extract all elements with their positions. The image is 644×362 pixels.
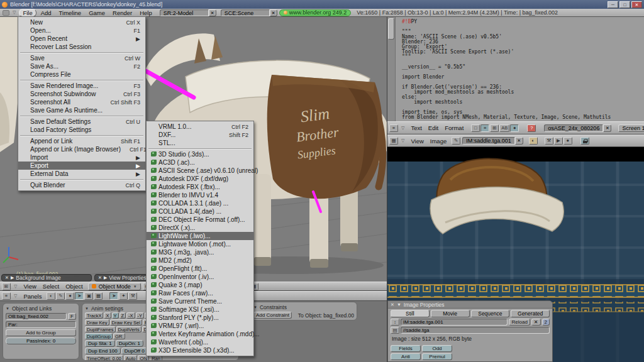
- menubar-item[interactable]: Timeline: [56, 9, 85, 16]
- scene-selector[interactable]: SCE:Scene ✕: [221, 9, 277, 16]
- anim-toggle-button[interactable]: Draw Key: [85, 319, 109, 326]
- parent-field[interactable]: Par:: [6, 321, 76, 328]
- anim-num-field[interactable]: Dup End 100: [85, 348, 121, 354]
- export-menu-item[interactable]: COLLADA 1.3.1 (.dae) ...: [147, 199, 253, 207]
- file-menu-item[interactable]: Open Recent ▶: [18, 35, 145, 43]
- export-menu-item[interactable]: OpenFlight (.flt)...: [147, 265, 253, 273]
- file-menu-item[interactable]: External Data ▶: [18, 170, 145, 178]
- file-menu-item[interactable]: Screenshot Subwindow Ctrl F3: [18, 90, 145, 98]
- file-menu-item[interactable]: Screenshot All Ctrl Shift F3: [18, 98, 145, 106]
- export-menu-item[interactable]: AC3D (.ac)...: [147, 158, 253, 167]
- export-menu-item[interactable]: OpenInventor (.iv)...: [147, 273, 253, 281]
- close-icon[interactable]: ✕: [631, 1, 642, 8]
- menubar-item[interactable]: File: [19, 9, 36, 17]
- screen-selector[interactable]: SR:2-Model ✕: [160, 9, 216, 16]
- window-type-icon[interactable]: ▦: [389, 137, 398, 145]
- screen-delete-icon[interactable]: ✕: [209, 9, 216, 16]
- help-icon[interactable]: ?: [527, 124, 536, 132]
- editing-context-icon[interactable]: ▣: [84, 292, 93, 300]
- fake-user-button[interactable]: F: [68, 313, 76, 320]
- export-menu-item[interactable]: 3D Studio (.3ds)...: [147, 150, 253, 158]
- shading-context-icon[interactable]: ●: [65, 292, 74, 300]
- ob-name-field[interactable]: OB:bag_fixed.002: [6, 313, 67, 320]
- scene-field[interactable]: SCE:Scene: [221, 9, 270, 16]
- header-collapse-icon[interactable]: ▽: [13, 284, 18, 289]
- export-menu-item[interactable]: Save Current Theme...: [147, 297, 253, 305]
- window-type-icon[interactable]: ≡: [2, 292, 11, 300]
- unlink-icon[interactable]: ✕: [531, 319, 541, 326]
- close-icon[interactable]: ✕: [98, 275, 102, 280]
- file-menu-item[interactable]: Save Game As Runtime...: [18, 106, 145, 114]
- file-menu-item[interactable]: Save Rendered Image... F3: [18, 82, 145, 90]
- image-source-tab[interactable]: Sequence: [471, 310, 510, 317]
- header-collapse-icon[interactable]: ▽: [11, 10, 17, 15]
- anim-toggle-button[interactable]: -X: [126, 312, 135, 319]
- python-plugin-icon[interactable]: ●: [510, 124, 519, 132]
- uv-image-canvas[interactable]: ✕ ▼ Image Properties StillMovieSequenceG…: [387, 147, 644, 362]
- minimize-icon[interactable]: ─: [608, 1, 618, 8]
- text-editor[interactable]: #!BPY """ Name: 'ASCII Scene (.ase) v0.5…: [387, 17, 644, 121]
- pin-icon[interactable]: ✎: [452, 137, 460, 145]
- file-menu-item[interactable]: Save Ctrl W: [18, 54, 145, 62]
- export-menu-item[interactable]: Stanford PLY (*.ply)...: [147, 314, 253, 322]
- image-menu-item[interactable]: View: [408, 138, 426, 145]
- image-menu-item[interactable]: Image: [427, 138, 450, 145]
- window-titlebar[interactable]: Blender [f:\Models\CHARACTERS\donkey\don…: [0, 0, 644, 9]
- physics-sub-icon[interactable]: ➤: [109, 292, 118, 300]
- export-menu-item[interactable]: Raw Faces (.raw)...: [147, 289, 253, 297]
- syntax-highlight-icon[interactable]: AB: [499, 124, 509, 132]
- file-menu-item[interactable]: Load Factory Settings: [18, 126, 145, 134]
- script-code[interactable]: #!BPY """ Name: 'ASCII Scene (.ase) v0.5…: [396, 17, 611, 121]
- text-menu-item[interactable]: Edit: [425, 124, 441, 131]
- text-scrollbar[interactable]: [387, 17, 396, 121]
- maximize-icon[interactable]: □: [619, 1, 630, 8]
- anim-toggle-button[interactable]: X: [104, 312, 111, 319]
- export-menu-item[interactable]: X3D Extensible 3D (.x3d)...: [147, 346, 253, 354]
- anim-num-field[interactable]: Dup Sta: 1: [85, 340, 115, 347]
- mode-dropdown[interactable]: Object Mode ▼: [88, 283, 141, 290]
- export-menu-item[interactable]: Softimage XSI (.xsi)...: [147, 305, 253, 314]
- close-icon[interactable]: ✕: [391, 302, 394, 307]
- text-menu-item[interactable]: Format: [441, 124, 467, 131]
- anim-toggle-button[interactable]: Z: [119, 312, 126, 319]
- file-menu-item[interactable]: Quit Blender Ctrl Q: [18, 181, 145, 189]
- anim-toggle-button[interactable]: TimeOffset: 0.00: [85, 355, 123, 361]
- viewport-menu-item[interactable]: Object: [62, 283, 86, 290]
- file-menu-item[interactable]: Open... F1: [18, 26, 145, 35]
- add-constraint-button[interactable]: Add Constraint: [253, 312, 292, 319]
- anim-num-field[interactable]: DupOff 0: [121, 348, 148, 354]
- add-to-group-button[interactable]: Add to Group: [6, 329, 76, 336]
- file-menu-item[interactable]: Save As... F2: [18, 62, 145, 70]
- export-menu-item[interactable]: STL...: [147, 139, 253, 147]
- export-menu-item[interactable]: Blender to IMVU v1.4: [147, 191, 253, 199]
- reload-button[interactable]: Reload: [509, 319, 530, 326]
- file-menu-item[interactable]: Export ▶: [18, 162, 145, 170]
- anim-toggle-button[interactable]: GR:: [113, 333, 125, 339]
- record-icon[interactable]: ●: [564, 137, 572, 145]
- collapse-icon[interactable]: ▼: [397, 302, 401, 307]
- menubar-item[interactable]: Help: [136, 9, 155, 16]
- image-toggle-button[interactable]: Anti: [391, 353, 421, 360]
- export-menu-item[interactable]: Autodesk FBX (.fbx)...: [147, 183, 253, 191]
- viewport-type-icon[interactable]: ⊞: [2, 283, 11, 290]
- constraints-sub-icon[interactable]: ⚒: [128, 292, 137, 300]
- export-menu-item[interactable]: VRML 1.0... Ctrl F2: [147, 123, 253, 131]
- object-context-icon[interactable]: ➤: [75, 292, 84, 300]
- anim-toggle-button[interactable]: DupliFrames: [85, 326, 116, 332]
- play-icon[interactable]: ▶: [554, 137, 563, 145]
- scrollbar-thumb[interactable]: [388, 18, 394, 40]
- file-icon[interactable]: ▤: [391, 327, 399, 334]
- menubar-item[interactable]: Game: [86, 9, 108, 16]
- header-collapse-icon[interactable]: ▽: [13, 293, 18, 299]
- file-menu-item[interactable]: New Ctrl X: [18, 18, 145, 26]
- export-menu-item[interactable]: Autodesk DXF (.dxf/dwg): [147, 175, 253, 183]
- export-menu-item[interactable]: Wavefront (.obj)...: [147, 338, 253, 346]
- anim-toggle-button[interactable]: DupliGroup: [85, 333, 113, 339]
- image-name-field[interactable]: IM:saddle.tga.001: [462, 137, 515, 145]
- file-menu-item[interactable]: Import ▶: [18, 153, 145, 162]
- anim-num-field[interactable]: DupOn: 1: [116, 340, 143, 347]
- file-menu-item[interactable]: Append or Link Shift F1: [18, 137, 145, 145]
- export-menu-item[interactable]: Lightwave Motion (.mot)...: [147, 240, 253, 248]
- anim-toggle-button[interactable]: Y: [112, 312, 119, 319]
- header-collapse-icon[interactable]: ▽: [400, 138, 406, 143]
